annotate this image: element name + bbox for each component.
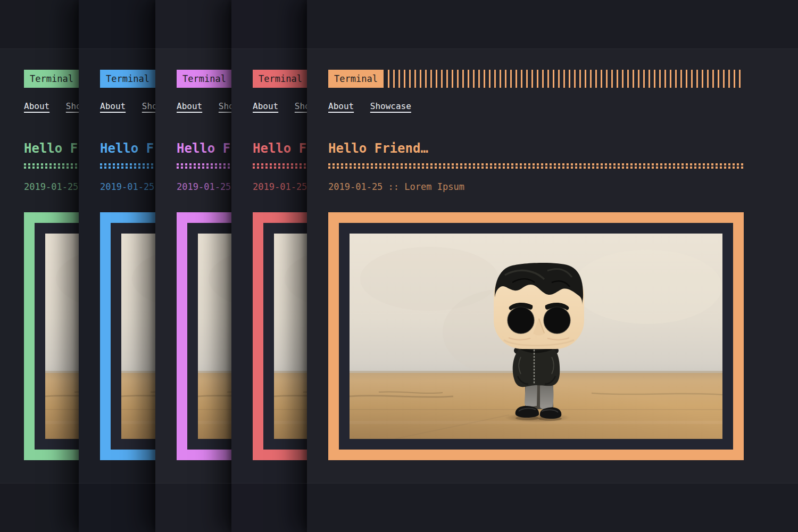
post-title: Hello Friend…: [328, 141, 744, 156]
funko-pop-photo: [350, 234, 722, 439]
nav-link-about[interactable]: About: [24, 101, 49, 111]
nav-link-about[interactable]: About: [100, 101, 126, 111]
logo-stripes-decoration: [388, 70, 744, 88]
site-logo-badge[interactable]: Terminal: [24, 70, 79, 88]
panels-stack: Terminal About Showcase Hello Friend… 20…: [0, 0, 798, 532]
post-image-frame: [328, 212, 744, 460]
site-nav: About Showcase: [328, 101, 744, 112]
site-logo-badge[interactable]: Terminal: [177, 70, 232, 88]
page-content: Terminal About Showcase Hello Friend… 20…: [328, 70, 744, 460]
title-separator: [328, 163, 744, 169]
theme-panel-orange: Terminal About Showcase Hello Friend… 20…: [307, 0, 798, 532]
post-date-line: 2019-01-25 :: Lorem Ipsum: [328, 181, 744, 193]
site-logo-badge[interactable]: Terminal: [253, 70, 308, 88]
site-header: Terminal: [328, 70, 744, 88]
site-logo-badge[interactable]: Terminal: [328, 70, 384, 88]
nav-link-about[interactable]: About: [177, 101, 202, 111]
site-logo-badge[interactable]: Terminal: [100, 70, 155, 88]
nav-link-showcase[interactable]: Showcase: [370, 101, 411, 111]
nav-link-about[interactable]: About: [328, 101, 354, 111]
nav-link-about[interactable]: About: [253, 101, 278, 111]
